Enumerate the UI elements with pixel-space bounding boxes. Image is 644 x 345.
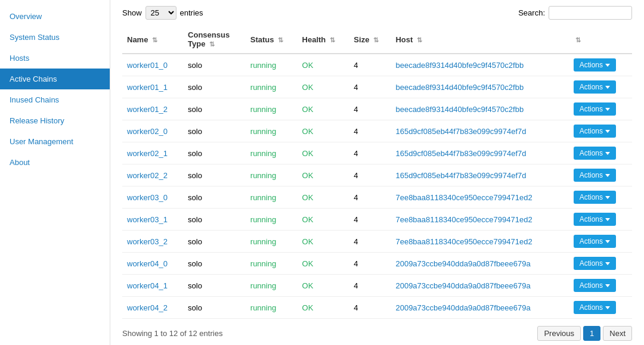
sort-host-icon[interactable]: ⇅ <box>417 36 422 44</box>
sort-consensus-icon[interactable]: ⇅ <box>209 41 215 48</box>
table-row: worker02_1 solo running OK 4 165d9cf085e… <box>122 142 632 164</box>
table-row: worker04_1 solo running OK 4 2009a73ccbe… <box>122 275 632 297</box>
cell-health-2: OK <box>298 98 349 120</box>
host-link-8[interactable]: 7ee8baa8118340ce950ecce799471ed2 <box>395 237 532 246</box>
cell-actions-8: Actions <box>569 231 632 253</box>
cell-status-4: running <box>246 142 298 164</box>
host-link-11[interactable]: 2009a73ccbe940dda9a0d87fbeee679a <box>395 303 530 312</box>
actions-button-1[interactable]: Actions <box>574 80 616 94</box>
actions-button-6[interactable]: Actions <box>574 191 616 204</box>
cell-name-2: worker01_2 <box>122 98 183 120</box>
cell-name-0: worker01_0 <box>122 54 183 76</box>
actions-caret-6 <box>605 196 610 199</box>
cell-name-3: worker02_0 <box>122 120 183 142</box>
pagination: Previous 1 Next <box>537 326 632 341</box>
host-link-3[interactable]: 165d9cf085eb44f7b83e099c9974ef7d <box>395 127 526 136</box>
sidebar-item-system-status[interactable]: System Status <box>0 27 110 48</box>
table-row: worker04_2 solo running OK 4 2009a73ccbe… <box>122 297 632 319</box>
sidebar-item-user-management[interactable]: User Management <box>0 131 110 152</box>
search-input[interactable] <box>549 6 632 20</box>
worker-link-6[interactable]: worker03_0 <box>127 193 168 202</box>
sidebar-item-inused-chains[interactable]: Inused Chains <box>0 89 110 110</box>
showing-text: Showing 1 to 12 of 12 entries <box>122 329 222 338</box>
cell-consensus-9: solo <box>183 253 246 275</box>
host-link-10[interactable]: 2009a73ccbe940dda9a0d87fbeee679a <box>395 281 530 290</box>
worker-link-10[interactable]: worker04_1 <box>127 281 168 290</box>
table-row: worker01_0 solo running OK 4 beecade8f93… <box>122 54 632 76</box>
worker-link-9[interactable]: worker04_0 <box>127 259 168 268</box>
table-row: worker04_0 solo running OK 4 2009a73ccbe… <box>122 253 632 275</box>
col-health: Health ⇅ <box>298 26 349 54</box>
worker-link-4[interactable]: worker02_1 <box>127 149 168 158</box>
actions-button-7[interactable]: Actions <box>574 213 616 226</box>
sort-actions-icon[interactable]: ⇅ <box>575 36 581 44</box>
worker-link-11[interactable]: worker04_2 <box>127 303 168 312</box>
cell-host-1: beecade8f9314d40bfe9c9f4570c2fbb <box>391 76 568 98</box>
cell-actions-2: Actions <box>569 98 632 120</box>
table-row: worker02_2 solo running OK 4 165d9cf085e… <box>122 164 632 187</box>
host-link-7[interactable]: 7ee8baa8118340ce950ecce799471ed2 <box>395 215 532 224</box>
sidebar-item-overview[interactable]: Overview <box>0 6 110 27</box>
actions-button-10[interactable]: Actions <box>574 279 616 292</box>
actions-button-8[interactable]: Actions <box>574 235 616 248</box>
actions-button-5[interactable]: Actions <box>574 169 616 182</box>
cell-size-9: 4 <box>349 253 391 275</box>
entries-select[interactable]: 102550100 <box>145 6 177 20</box>
cell-host-0: beecade8f9314d40bfe9c9f4570c2fbb <box>391 54 568 76</box>
col-size: Size ⇅ <box>349 26 391 54</box>
cell-consensus-0: solo <box>183 54 246 76</box>
worker-link-0[interactable]: worker01_0 <box>127 61 168 70</box>
worker-link-2[interactable]: worker01_2 <box>127 105 168 114</box>
worker-link-1[interactable]: worker01_1 <box>127 83 168 92</box>
worker-link-7[interactable]: worker03_1 <box>127 215 168 224</box>
main-content: Show 102550100 entries Search: Name ⇅ Co… <box>110 0 644 345</box>
worker-link-3[interactable]: worker02_0 <box>127 127 168 136</box>
previous-button[interactable]: Previous <box>537 326 581 341</box>
sort-size-icon[interactable]: ⇅ <box>373 36 379 44</box>
host-link-4[interactable]: 165d9cf085eb44f7b83e099c9974ef7d <box>395 149 526 158</box>
actions-button-11[interactable]: Actions <box>574 301 616 314</box>
sidebar-item-about[interactable]: About <box>0 152 110 173</box>
actions-button-2[interactable]: Actions <box>574 102 616 116</box>
cell-name-10: worker04_1 <box>122 275 183 297</box>
cell-name-8: worker03_2 <box>122 231 183 253</box>
cell-actions-7: Actions <box>569 209 632 231</box>
cell-actions-11: Actions <box>569 297 632 319</box>
host-link-1[interactable]: beecade8f9314d40bfe9c9f4570c2fbb <box>395 83 524 92</box>
cell-consensus-2: solo <box>183 98 246 120</box>
sort-name-icon[interactable]: ⇅ <box>152 36 157 44</box>
actions-button-4[interactable]: Actions <box>574 147 616 160</box>
cell-actions-1: Actions <box>569 76 632 98</box>
sidebar-item-hosts[interactable]: Hosts <box>0 48 110 69</box>
cell-health-5: OK <box>298 164 349 187</box>
table-footer: Showing 1 to 12 of 12 entries Previous 1… <box>122 326 632 341</box>
cell-consensus-3: solo <box>183 120 246 142</box>
host-link-9[interactable]: 2009a73ccbe940dda9a0d87fbeee679a <box>395 259 530 268</box>
host-link-0[interactable]: beecade8f9314d40bfe9c9f4570c2fbb <box>395 61 524 70</box>
cell-name-6: worker03_0 <box>122 187 183 209</box>
cell-host-4: 165d9cf085eb44f7b83e099c9974ef7d <box>391 142 568 164</box>
host-link-6[interactable]: 7ee8baa8118340ce950ecce799471ed2 <box>395 193 532 202</box>
sort-health-icon[interactable]: ⇅ <box>330 36 335 44</box>
entries-label: entries <box>180 8 203 17</box>
actions-button-0[interactable]: Actions <box>574 58 616 72</box>
table-body: worker01_0 solo running OK 4 beecade8f93… <box>122 54 632 319</box>
cell-host-6: 7ee8baa8118340ce950ecce799471ed2 <box>391 187 568 209</box>
sidebar-item-release-history[interactable]: Release History <box>0 110 110 131</box>
next-button[interactable]: Next <box>603 326 632 341</box>
table-row: worker03_2 solo running OK 4 7ee8baa8118… <box>122 231 632 253</box>
cell-health-11: OK <box>298 297 349 319</box>
sort-status-icon[interactable]: ⇅ <box>278 36 283 44</box>
sidebar-item-active-chains[interactable]: Active Chains <box>0 69 110 89</box>
host-link-5[interactable]: 165d9cf085eb44f7b83e099c9974ef7d <box>395 171 526 180</box>
actions-button-9[interactable]: Actions <box>574 257 616 270</box>
worker-link-5[interactable]: worker02_2 <box>127 171 168 180</box>
page-1-button[interactable]: 1 <box>583 326 600 341</box>
cell-status-3: running <box>246 120 298 142</box>
cell-status-2: running <box>246 98 298 120</box>
host-link-2[interactable]: beecade8f9314d40bfe9c9f4570c2fbb <box>395 105 524 114</box>
cell-size-0: 4 <box>349 54 391 76</box>
cell-host-9: 2009a73ccbe940dda9a0d87fbeee679a <box>391 253 568 275</box>
worker-link-8[interactable]: worker03_2 <box>127 237 168 246</box>
actions-button-3[interactable]: Actions <box>574 125 616 138</box>
